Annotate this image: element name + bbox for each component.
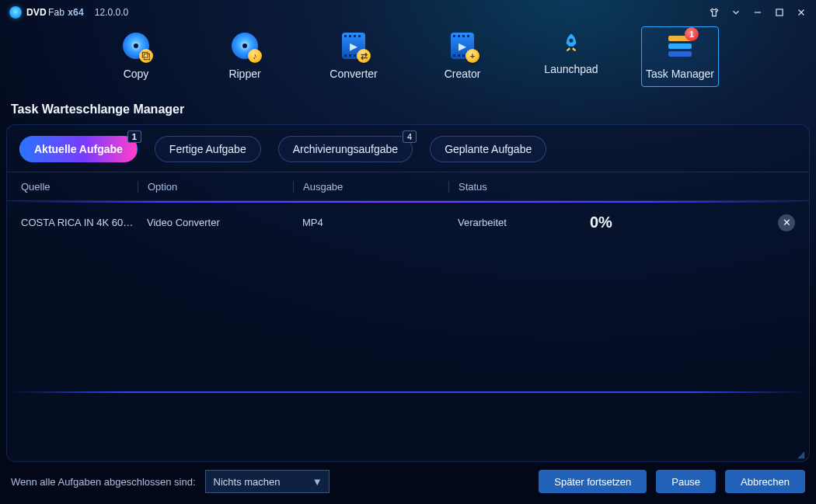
page-title: Task Warteschlange Manager <box>0 98 816 124</box>
task-panel: Aktuelle Aufgabe 1 Fertige Aufgabe Archi… <box>6 124 810 462</box>
brand-thin: Fab <box>48 7 65 18</box>
col-source: Quelle <box>21 181 138 193</box>
rocket-icon <box>560 30 583 57</box>
copy-icon: ⿻ <box>120 30 152 61</box>
table-header: Quelle Option Ausgabe Status <box>7 172 809 201</box>
nav-task-manager[interactable]: 1 Task Manager <box>641 26 719 87</box>
cell-progress: 0% <box>590 214 612 231</box>
filter-tabs: Aktuelle Aufgabe 1 Fertige Aufgabe Archi… <box>7 125 809 172</box>
resume-later-button[interactable]: Später fortsetzen <box>539 470 647 493</box>
bottom-bar: Wenn alle Aufgaben abgeschlossen sind: N… <box>0 462 816 504</box>
tab-scheduled[interactable]: Geplante Aufgabe <box>430 136 546 162</box>
app-version: 12.0.0.0 <box>95 7 128 18</box>
maximize-icon[interactable] <box>772 5 786 19</box>
shirt-icon[interactable] <box>707 5 721 19</box>
cell-source: COSTA RICA IN 4K 60… <box>21 217 138 228</box>
cell-status: Verarbeitet <box>448 217 581 228</box>
table-body: COSTA RICA IN 4K 60… Video Converter MP4… <box>7 203 809 391</box>
col-option: Option <box>138 181 293 193</box>
title-bar: DVDFab x64 12.0.0.0 <box>0 0 816 22</box>
close-icon[interactable] <box>794 5 808 19</box>
brand-bold: DVD <box>26 7 47 18</box>
nav-converter[interactable]: ▶ ⇄ Converter <box>315 26 392 87</box>
svg-point-1 <box>570 39 574 43</box>
minimize-icon[interactable] <box>751 5 765 19</box>
nav-launchpad[interactable]: Launchpad <box>532 26 610 87</box>
nav-ripper[interactable]: ♪ Ripper <box>206 26 284 87</box>
panel-footer <box>7 393 809 449</box>
cell-output: MP4 <box>293 217 448 228</box>
app-logo: DVDFab x64 12.0.0.0 <box>9 6 128 19</box>
svg-rect-0 <box>776 9 783 16</box>
col-output: Ausgabe <box>293 181 448 193</box>
window-controls <box>707 5 808 19</box>
logo-icon <box>9 6 22 19</box>
brand-arch: x64 <box>68 7 84 18</box>
cell-option: Video Converter <box>138 217 293 228</box>
tab-current[interactable]: Aktuelle Aufgabe 1 <box>19 136 138 162</box>
tab-archive-count: 4 <box>403 130 417 143</box>
table-row: COSTA RICA IN 4K 60… Video Converter MP4… <box>7 203 809 242</box>
when-done-value: Nichts machen <box>214 476 281 488</box>
resize-grip[interactable]: ◢ <box>797 449 809 461</box>
nav-copy[interactable]: ⿻ Copy <box>97 26 175 87</box>
chevron-down-icon: ▼ <box>312 476 323 488</box>
converter-icon: ▶ ⇄ <box>338 30 369 61</box>
creator-icon: ▶ + <box>447 30 478 61</box>
col-status: Status <box>448 181 581 193</box>
row-remove-button[interactable]: ✕ <box>778 214 795 231</box>
ripper-icon: ♪ <box>229 30 260 61</box>
main-nav: ⿻ Copy ♪ Ripper ▶ ⇄ Converter ▶ + Creato… <box>0 22 816 98</box>
tab-finished[interactable]: Fertige Aufgabe <box>155 136 261 162</box>
pause-button[interactable]: Pause <box>656 470 716 493</box>
when-done-select[interactable]: Nichts machen ▼ <box>205 470 330 493</box>
task-badge: 1 <box>685 27 699 41</box>
nav-creator[interactable]: ▶ + Creator <box>424 26 501 87</box>
tab-current-count: 1 <box>127 130 141 143</box>
cancel-button[interactable]: Abbrechen <box>725 470 805 493</box>
pin-down-icon[interactable] <box>729 5 743 19</box>
when-done-label: Wenn alle Aufgaben abgeschlossen sind: <box>11 476 196 488</box>
task-manager-icon: 1 <box>664 30 696 61</box>
tab-archive[interactable]: Archivierungsaufgabe 4 <box>278 136 413 162</box>
